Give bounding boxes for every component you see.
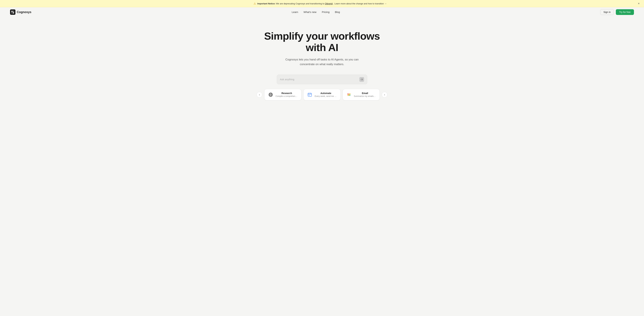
calendar-icon xyxy=(307,92,312,98)
svg-rect-7 xyxy=(309,93,309,94)
nav-whats-new[interactable]: What's new xyxy=(304,11,316,14)
card-email-title: Email xyxy=(354,92,376,95)
card-email-desc: Summarize my emails from... xyxy=(354,95,376,97)
warning-icon: ⚠ xyxy=(254,2,256,5)
search-input[interactable] xyxy=(280,78,358,81)
logo-text: Cognosys xyxy=(17,11,31,14)
card-research-content: Research Compile a comprehensive... xyxy=(276,92,298,97)
carousel-next-button[interactable]: › xyxy=(382,92,388,98)
svg-rect-0 xyxy=(12,11,12,12)
card-email-content: Email Summarize my emails from... xyxy=(354,92,376,97)
notice-suffix: . Learn more about the change and how to… xyxy=(333,2,386,5)
nav-learn[interactable]: Learn xyxy=(292,11,298,14)
hero-title: Simplify your workflows with AI xyxy=(263,30,381,53)
card-research-desc: Compile a comprehensive... xyxy=(276,95,298,97)
chevron-right-icon: › xyxy=(384,93,385,96)
card-automate-title: Automate xyxy=(314,92,337,95)
carousel-prev-button[interactable]: ‹ xyxy=(256,92,262,98)
logo[interactable]: Cognosys xyxy=(10,10,31,15)
svg-rect-8 xyxy=(310,93,311,94)
nav-blog[interactable]: Blog xyxy=(335,11,340,14)
nav-links: Learn What's new Pricing Blog xyxy=(292,11,340,14)
svg-rect-9 xyxy=(308,95,309,96)
search-container xyxy=(277,75,367,84)
nav-pricing[interactable]: Pricing xyxy=(322,11,330,14)
notice-body: We are deprecating Cognosys and transiti… xyxy=(276,2,325,5)
suggestion-card-research[interactable]: Research Compile a comprehensive... xyxy=(264,89,301,100)
suggestion-card-email[interactable]: M Email Summarize my emails from... xyxy=(343,89,380,100)
nav-actions: Sign in Try for free xyxy=(600,9,634,15)
svg-rect-2 xyxy=(12,12,12,14)
notice-ottogrid-link[interactable]: Ottogrid xyxy=(325,2,332,5)
chevron-left-icon: ‹ xyxy=(259,93,260,96)
svg-rect-6 xyxy=(308,93,312,96)
card-automate-content: Automate Every week, send me a... xyxy=(314,92,337,97)
suggestion-card-automate[interactable]: Automate Every week, send me a... xyxy=(304,89,340,100)
card-automate-desc: Every week, send me a... xyxy=(314,95,337,97)
search-submit-button[interactable] xyxy=(360,77,364,82)
gmail-icon: M xyxy=(346,92,352,98)
notice-close-button[interactable]: × xyxy=(637,2,641,5)
hero-section: Simplify your workflows with AI Cognosys… xyxy=(0,17,644,107)
notice-text: Important Notice: We are deprecating Cog… xyxy=(257,2,386,5)
signin-button[interactable]: Sign in xyxy=(600,9,614,15)
notice-content: ⚠ Important Notice: We are deprecating C… xyxy=(3,2,637,5)
svg-rect-3 xyxy=(13,12,14,14)
try-for-free-button[interactable]: Try for free xyxy=(616,9,634,15)
search-box xyxy=(277,75,367,84)
main-nav: Cognosys Learn What's new Pricing Blog S… xyxy=(0,7,644,17)
globe-icon xyxy=(268,92,274,98)
notice-prefix: Important Notice: xyxy=(257,2,276,5)
suggestion-cards-row: ‹ Research Compile a comprehensive... xyxy=(256,89,388,100)
notice-banner: ⚠ Important Notice: We are deprecating C… xyxy=(0,0,644,7)
card-research-title: Research xyxy=(276,92,298,95)
svg-rect-10 xyxy=(310,95,310,96)
svg-rect-1 xyxy=(13,11,14,12)
hero-subtitle: Cognosys lets you hand off tasks to AI A… xyxy=(282,57,362,66)
logo-icon xyxy=(10,10,16,15)
